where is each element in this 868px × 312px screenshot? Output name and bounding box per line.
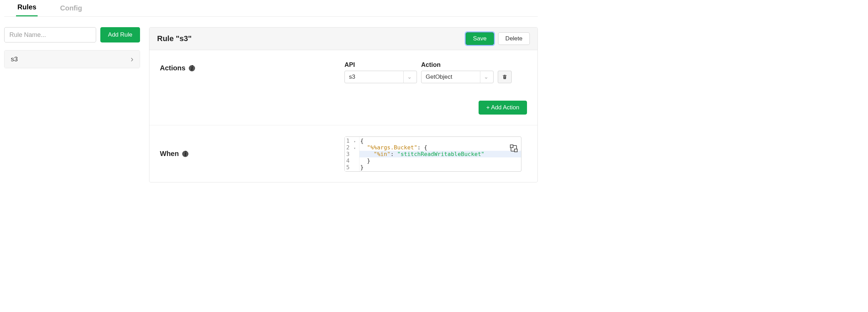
- api-select[interactable]: s3 ⌄: [344, 71, 417, 83]
- api-select-value: s3: [349, 73, 355, 80]
- action-select-value: GetObject: [426, 73, 452, 80]
- info-icon[interactable]: i: [182, 151, 188, 157]
- action-select[interactable]: GetObject ⌄: [421, 71, 494, 83]
- chevron-down-icon: ⌄: [403, 71, 414, 83]
- add-action-button[interactable]: + Add Action: [479, 101, 527, 115]
- tab-rules[interactable]: Rules: [16, 3, 38, 16]
- chevron-right-icon: ›: [131, 55, 133, 63]
- rule-list-item[interactable]: s3 ›: [5, 50, 140, 68]
- remove-action-button[interactable]: [498, 71, 512, 83]
- panel-title: Rule "s3": [157, 34, 192, 43]
- trash-icon: [502, 74, 507, 80]
- rule-list-item-label: s3: [11, 55, 18, 63]
- when-heading: When: [160, 150, 179, 158]
- rule-name-input[interactable]: [4, 27, 96, 42]
- editor-gutter: 1 ▾ 2 ▾ 3 4 5: [345, 137, 359, 171]
- action-field-label: Action: [421, 61, 494, 69]
- save-button[interactable]: Save: [466, 32, 494, 45]
- tab-config[interactable]: Config: [59, 4, 83, 16]
- actions-heading: Actions: [160, 64, 185, 72]
- when-code-editor[interactable]: 1 ▾ 2 ▾ 3 4 5 { "%%args.Bucket": {: [344, 136, 521, 172]
- delete-button[interactable]: Delete: [498, 32, 530, 45]
- chevron-down-icon: ⌄: [480, 71, 490, 83]
- info-icon[interactable]: i: [189, 65, 195, 71]
- api-field-label: API: [344, 61, 417, 69]
- add-rule-button[interactable]: Add Rule: [100, 27, 140, 42]
- editor-content[interactable]: { "%%args.Bucket": { "%in": "stitchReadW…: [359, 137, 521, 171]
- expand-icon[interactable]: [511, 145, 517, 151]
